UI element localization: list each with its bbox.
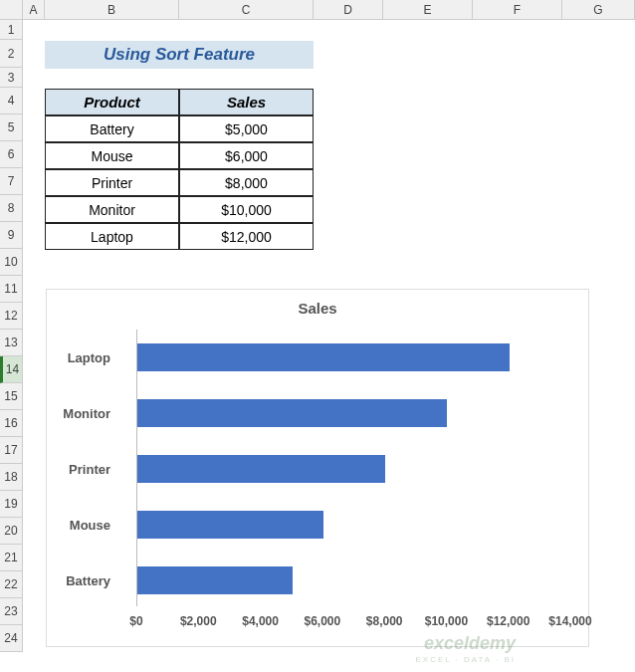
row-header[interactable]: 18	[0, 464, 23, 491]
row-header[interactable]: 11	[0, 276, 23, 303]
row-header[interactable]: 3	[0, 68, 23, 88]
row-header[interactable]: 22	[0, 571, 23, 598]
data-table[interactable]: Product Sales Battery$5,000Mouse$6,000Pr…	[45, 89, 314, 250]
chart-y-label: Laptop	[31, 350, 110, 365]
row-header[interactable]: 4	[0, 88, 23, 114]
chart-title: Sales	[47, 290, 588, 322]
row-header[interactable]: 15	[0, 383, 23, 410]
row-header[interactable]: 21	[0, 545, 23, 571]
table-row[interactable]: Battery$5,000	[45, 115, 314, 142]
chart-y-label: Printer	[31, 462, 110, 477]
plot-area: LaptopMonitorPrinterMouseBattery	[136, 330, 568, 606]
row-header[interactable]: 6	[0, 141, 23, 168]
chart-x-tick: $10,000	[425, 614, 468, 628]
chart-x-tick: $4,000	[242, 614, 279, 628]
row-header[interactable]: 10	[0, 249, 23, 276]
row-header[interactable]: 20	[0, 518, 23, 545]
chart-y-label: Battery	[31, 573, 110, 588]
chart-x-tick: $0	[129, 614, 142, 628]
chart-bar[interactable]	[137, 343, 510, 371]
chart-x-tick: $14,000	[548, 614, 591, 628]
chart-bar[interactable]	[137, 566, 293, 594]
table-row[interactable]: Mouse$6,000	[45, 142, 314, 169]
col-header[interactable]: F	[473, 0, 562, 20]
table-row[interactable]: Printer$8,000	[45, 169, 314, 196]
row-header[interactable]: 13	[0, 330, 23, 356]
chart-x-tick: $8,000	[366, 614, 403, 628]
row-header[interactable]: 14	[0, 356, 23, 383]
table-cell-product[interactable]: Printer	[45, 169, 179, 196]
table-cell-product[interactable]: Mouse	[45, 142, 179, 169]
table-header-product[interactable]: Product	[45, 89, 179, 115]
watermark-tagline: EXCEL · DATA · BI	[415, 655, 516, 664]
table-row[interactable]: Laptop$12,000	[45, 223, 314, 250]
table-cell-sales[interactable]: $10,000	[179, 196, 314, 223]
bar-chart[interactable]: Sales LaptopMonitorPrinterMouseBattery $…	[46, 289, 589, 647]
x-axis: $0$2,000$4,000$6,000$8,000$10,000$12,000…	[136, 614, 568, 634]
row-header[interactable]: 19	[0, 491, 23, 518]
col-header[interactable]: B	[45, 0, 179, 20]
col-header[interactable]: G	[562, 0, 635, 20]
table-cell-product[interactable]: Monitor	[45, 196, 179, 223]
table-cell-sales[interactable]: $5,000	[179, 115, 314, 142]
chart-x-tick: $12,000	[487, 614, 529, 628]
row-header[interactable]: 17	[0, 437, 23, 464]
col-header[interactable]: A	[23, 0, 45, 20]
sheet-title: Using Sort Feature	[45, 41, 314, 69]
table-cell-product[interactable]: Laptop	[45, 223, 179, 250]
chart-bar[interactable]	[137, 511, 323, 539]
watermark-brand: exceldemy	[424, 633, 516, 654]
row-header[interactable]: 16	[0, 410, 23, 437]
table-cell-sales[interactable]: $8,000	[179, 169, 314, 196]
row-header[interactable]: 24	[0, 625, 23, 652]
table-cell-product[interactable]: Battery	[45, 115, 179, 142]
row-header[interactable]: 2	[0, 40, 23, 68]
row-header[interactable]: 12	[0, 303, 23, 330]
table-header-sales[interactable]: Sales	[179, 89, 314, 115]
col-header[interactable]: D	[314, 0, 383, 20]
chart-y-label: Mouse	[31, 518, 110, 533]
row-header[interactable]: 8	[0, 195, 23, 222]
row-header[interactable]: 9	[0, 222, 23, 249]
chart-bar[interactable]	[137, 399, 447, 427]
table-row[interactable]: Monitor$10,000	[45, 196, 314, 223]
chart-x-tick: $2,000	[180, 614, 217, 628]
chart-y-label: Monitor	[31, 406, 110, 421]
row-header[interactable]: 7	[0, 168, 23, 195]
col-header[interactable]: E	[383, 0, 473, 20]
chart-bar[interactable]	[137, 455, 385, 483]
row-header[interactable]: 23	[0, 598, 23, 625]
col-header[interactable]: C	[179, 0, 314, 20]
table-cell-sales[interactable]: $6,000	[179, 142, 314, 169]
grid-corner[interactable]	[0, 0, 23, 20]
chart-x-tick: $6,000	[304, 614, 340, 628]
row-header[interactable]: 5	[0, 114, 23, 141]
row-header[interactable]: 1	[0, 20, 23, 40]
table-cell-sales[interactable]: $12,000	[179, 223, 314, 250]
